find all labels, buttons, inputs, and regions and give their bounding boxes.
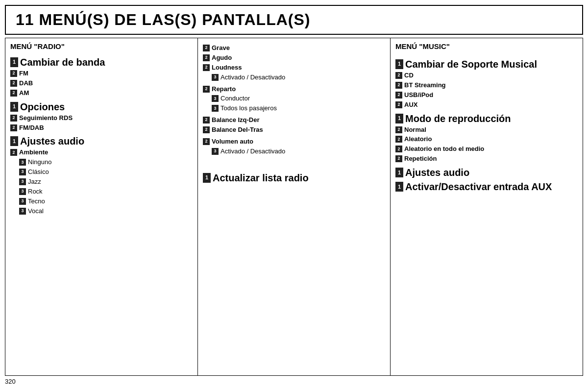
list-item: 2 Aleatorio en todo el medio: [395, 145, 578, 153]
badge-level3: 3: [212, 74, 219, 81]
content-area: MENÚ "RADIO" 1 Cambiar de banda 2 FM 2 D…: [5, 38, 583, 376]
list-item: 1 Ajustes audio: [395, 167, 578, 178]
list-item: 3 Jazz: [10, 178, 193, 186]
item-label: Actualizar lista radio: [213, 172, 309, 184]
badge-level2: 2: [395, 155, 402, 162]
badge-level2: 2: [203, 138, 210, 145]
item-label: Ajustes audio: [20, 135, 84, 147]
badge-level2: 2: [10, 115, 17, 122]
badge-level2: 2: [10, 70, 17, 77]
item-label: Conductor: [220, 95, 250, 103]
list-item: 2 Repetición: [395, 155, 578, 163]
item-label: Grave: [212, 44, 230, 52]
list-item: 1 Actualizar lista radio: [203, 172, 385, 184]
item-label: Todos los pasajeros: [220, 104, 277, 113]
item-label: BT Streaming: [404, 81, 446, 90]
list-item: 2 Seguimiento RDS: [10, 114, 193, 122]
badge-level2: 2: [395, 146, 402, 152]
page-title: 11 MENÚ(S) DE LAS(S) PANTALLA(S): [16, 11, 310, 29]
item-label: Aleatorio: [404, 135, 432, 144]
item-label: Clásico: [28, 168, 49, 176]
badge-level1: 1: [10, 57, 18, 67]
badge-level2: 2: [395, 72, 402, 79]
list-item: 3 Conductor: [203, 95, 385, 103]
list-item: 1 Modo de reproducción: [395, 113, 578, 124]
badge-level1: 1: [395, 168, 403, 177]
item-label: Opciones: [20, 101, 65, 113]
badge-level2: 2: [395, 126, 402, 133]
item-label: Normal: [404, 126, 426, 134]
list-item: 3 Vocal: [10, 207, 193, 216]
list-item: 2 Ambiente: [10, 148, 193, 157]
col1-header: MENÚ "RADIO": [10, 42, 193, 52]
item-label: Ajustes audio: [405, 167, 469, 178]
badge-level3: 3: [212, 105, 219, 112]
badge-level3: 3: [19, 198, 26, 205]
list-item: 2 CD: [395, 72, 578, 80]
list-item: 2 USB/iPod: [395, 91, 578, 99]
list-item: 2 Loudness: [203, 64, 385, 72]
item-label: Cambiar de Soporte Musical: [405, 58, 537, 70]
item-label: Agudo: [212, 54, 232, 62]
badge-level1: 1: [395, 114, 403, 123]
col3-header: MENÚ "MUSIC": [395, 42, 578, 52]
item-label: Rock: [28, 188, 43, 196]
badge-level3: 3: [212, 148, 219, 155]
list-item: 3 Clásico: [10, 168, 193, 176]
list-item: 2 AUX: [395, 101, 578, 109]
badge-level2: 2: [203, 54, 210, 61]
badge-level3: 3: [19, 159, 26, 166]
badge-level2: 2: [203, 126, 210, 133]
list-item: 3 Activado / Desactivado: [203, 74, 385, 82]
item-label: AM: [19, 89, 29, 98]
item-label: Activado / Desactivado: [220, 74, 285, 82]
item-label: Balance Del-Tras: [212, 126, 263, 134]
badge-level2: 2: [395, 101, 402, 108]
list-item: 3 Ninguno: [10, 158, 193, 167]
item-label: Seguimiento RDS: [19, 114, 73, 122]
item-label: Aleatorio en todo el medio: [404, 145, 484, 153]
list-item: 2 Normal: [395, 126, 578, 134]
badge-level1: 1: [203, 173, 211, 183]
badge-level2: 2: [203, 117, 210, 123]
list-item: 2 Aleatorio: [395, 135, 578, 144]
item-label: Ambiente: [19, 148, 48, 157]
badge-level1: 1: [395, 182, 403, 192]
item-label: Repetición: [404, 155, 437, 163]
item-label: DAB: [19, 79, 33, 88]
badge-level2: 2: [10, 90, 17, 97]
list-item: 1 Cambiar de Soporte Musical: [395, 58, 578, 70]
item-label: Vocal: [28, 207, 44, 216]
list-item: 2 FM/DAB: [10, 124, 193, 132]
badge-level2: 2: [203, 64, 210, 71]
list-item: 2 DAB: [10, 79, 193, 88]
list-item: 3 Tecno: [10, 197, 193, 206]
list-item: 1 Opciones: [10, 101, 193, 113]
list-item: 2 AM: [10, 89, 193, 98]
list-item: 2 Balance Del-Tras: [203, 126, 385, 134]
badge-level2: 2: [395, 82, 402, 89]
badge-level1: 1: [395, 59, 403, 69]
column-music: MENÚ "MUSIC" 1 Cambiar de Soporte Musica…: [391, 38, 583, 375]
list-item: 2 Grave: [203, 44, 385, 52]
list-item: 1 Ajustes audio: [10, 135, 193, 147]
badge-level2: 2: [203, 45, 210, 51]
badge-level3: 3: [19, 188, 26, 195]
item-label: Jazz: [28, 178, 41, 186]
badge-level2: 2: [395, 92, 402, 98]
item-label: Activado / Desactivado: [220, 147, 285, 156]
list-item: 3 Rock: [10, 188, 193, 196]
item-label: FM: [19, 70, 28, 78]
badge-level1: 1: [10, 102, 18, 112]
list-item: 2 Agudo: [203, 54, 385, 62]
badge-level2: 2: [10, 80, 17, 87]
list-item: 2 Volumen auto: [203, 138, 385, 146]
item-label: Balance Izq-Der: [212, 116, 260, 124]
item-label: Modo de reproducción: [405, 113, 511, 124]
item-label: Ninguno: [28, 158, 51, 167]
badge-level2: 2: [10, 124, 17, 131]
badge-level2: 2: [203, 86, 210, 93]
column-radio: MENÚ "RADIO" 1 Cambiar de banda 2 FM 2 D…: [5, 38, 198, 375]
badge-level3: 3: [212, 95, 219, 102]
list-item: 2 BT Streaming: [395, 81, 578, 90]
